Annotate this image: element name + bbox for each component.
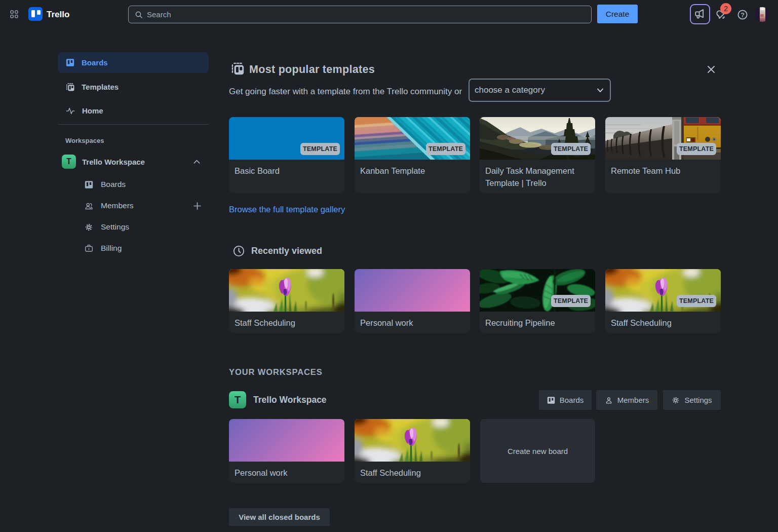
svg-text:?: ? xyxy=(741,12,745,19)
